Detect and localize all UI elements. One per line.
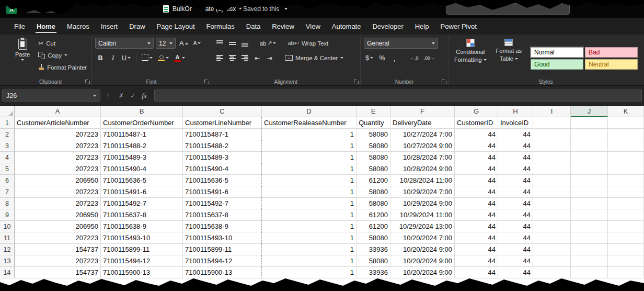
comma-style-button[interactable]: ,: [389, 52, 400, 63]
cell-K10[interactable]: [608, 221, 644, 232]
cell-I5[interactable]: [533, 163, 571, 175]
cell-G14[interactable]: 44: [455, 267, 498, 278]
cell-G1[interactable]: CustomerID: [455, 117, 498, 129]
cell-E12[interactable]: 33936: [356, 244, 390, 255]
merge-center-dropdown-icon[interactable]: [340, 57, 343, 59]
column-header-E[interactable]: E: [356, 106, 390, 117]
column-header-C[interactable]: C: [183, 106, 262, 117]
cell-G8[interactable]: 44: [455, 198, 498, 209]
cell-C2[interactable]: 7100115487-1: [183, 129, 262, 140]
increase-indent-button[interactable]: ⇥: [264, 52, 275, 63]
cell-D5[interactable]: 1: [262, 163, 356, 175]
cell-E11[interactable]: 58080: [356, 232, 390, 244]
cell-G12[interactable]: 44: [455, 244, 498, 255]
cell-A2[interactable]: 207223: [15, 129, 101, 140]
menu-tab-page-layout[interactable]: Page Layout: [151, 18, 201, 35]
cell-B6[interactable]: 7100115636-5: [101, 175, 183, 186]
cell-C6[interactable]: 7100115636-5: [183, 175, 262, 186]
cell-A13[interactable]: 207223: [15, 255, 101, 267]
bold-button[interactable]: B: [95, 52, 106, 63]
font-color-button[interactable]: A: [172, 52, 187, 63]
cell-H11[interactable]: 44: [498, 232, 533, 244]
font-name-combo[interactable]: Calibri: [95, 38, 154, 49]
accounting-dropdown-icon[interactable]: [370, 57, 373, 59]
column-header-A[interactable]: A: [15, 106, 101, 117]
cell-G10[interactable]: 44: [455, 221, 498, 232]
column-header-K[interactable]: K: [608, 106, 644, 117]
decrease-font-size-button[interactable]: A: [192, 38, 203, 49]
row-header-2[interactable]: 2: [0, 129, 15, 140]
borders-dropdown-icon[interactable]: [150, 57, 153, 59]
paste-dropdown-icon[interactable]: [21, 59, 24, 61]
cell-C8[interactable]: 7100115492-7: [183, 198, 262, 209]
cell-D8[interactable]: 1: [262, 198, 356, 209]
wrap-text-button[interactable]: ab↩ Wrap Text: [286, 38, 330, 49]
alignment-dialog-launcher-icon[interactable]: [354, 80, 359, 84]
cell-H7[interactable]: 44: [498, 186, 533, 198]
cell-H8[interactable]: 44: [498, 198, 533, 209]
cell-H5[interactable]: 44: [498, 163, 533, 175]
cell-J11[interactable]: [571, 232, 608, 244]
row-header-13[interactable]: 13: [0, 255, 15, 267]
cell-A14[interactable]: 154737: [15, 267, 101, 278]
cell-A9[interactable]: 206950: [15, 209, 101, 221]
menu-tab-developer[interactable]: Developer: [366, 18, 409, 35]
cell-F3[interactable]: 10/27/2024 9:00: [390, 140, 455, 152]
cell-E2[interactable]: 58080: [356, 129, 390, 140]
cell-J10[interactable]: [571, 221, 608, 232]
increase-font-size-button[interactable]: A: [178, 38, 190, 49]
cell-H14[interactable]: 44: [498, 267, 533, 278]
row-header-6[interactable]: 6: [0, 175, 15, 186]
number-format-combo[interactable]: General: [364, 38, 438, 49]
row-header-12[interactable]: 12: [0, 244, 15, 255]
font-size-dropdown-icon[interactable]: [169, 42, 172, 44]
cell-H13[interactable]: 44: [498, 255, 533, 267]
cell-I6[interactable]: [533, 175, 571, 186]
cell-B7[interactable]: 7100115491-6: [101, 186, 183, 198]
cell-F8[interactable]: 10/29/2024 9:00: [390, 198, 455, 209]
align-center-button[interactable]: [227, 52, 237, 63]
search-box[interactable]: [446, 3, 570, 15]
cell-D2[interactable]: 1: [262, 129, 356, 140]
underline-dropdown-icon[interactable]: [128, 57, 131, 59]
fill-color-button[interactable]: [156, 52, 170, 63]
cell-A7[interactable]: 207223: [15, 186, 101, 198]
orientation-button[interactable]: ab ↗: [258, 38, 278, 49]
cell-J13[interactable]: [571, 255, 608, 267]
column-header-B[interactable]: B: [101, 106, 183, 117]
column-header-D[interactable]: D: [262, 106, 356, 117]
cell-I12[interactable]: [533, 244, 571, 255]
cell-E1[interactable]: Quantity: [356, 117, 390, 129]
cell-D11[interactable]: 1: [262, 232, 356, 244]
cell-H6[interactable]: 44: [498, 175, 533, 186]
column-header-G[interactable]: G: [455, 106, 498, 117]
cell-C5[interactable]: 7100115490-4: [183, 163, 262, 175]
row-header-9[interactable]: 9: [0, 209, 15, 221]
cell-G11[interactable]: 44: [455, 232, 498, 244]
cell-B14[interactable]: 7100115900-13: [101, 267, 183, 278]
cell-I9[interactable]: [533, 209, 571, 221]
merge-center-button[interactable]: ↔ Merge & Center: [283, 52, 345, 63]
cell-B12[interactable]: 7100115899-11: [101, 244, 183, 255]
menu-tab-home[interactable]: Home: [31, 18, 61, 35]
cancel-button[interactable]: ✗: [116, 92, 127, 99]
orientation-dropdown-icon[interactable]: [273, 42, 276, 44]
cell-B11[interactable]: 7100115493-10: [101, 232, 183, 244]
cell-B10[interactable]: 7100115638-9: [101, 221, 183, 232]
cell-A6[interactable]: 206950: [15, 175, 101, 186]
cell-D6[interactable]: 1: [262, 175, 356, 186]
cell-K13[interactable]: [608, 255, 644, 267]
cell-F14[interactable]: 10/20/2024 9:00: [390, 267, 455, 278]
cell-E14[interactable]: 33936: [356, 267, 390, 278]
row-header-3[interactable]: 3: [0, 140, 15, 152]
copy-dropdown-icon[interactable]: [64, 54, 67, 56]
column-header-H[interactable]: H: [498, 106, 533, 117]
align-left-button[interactable]: [214, 52, 225, 63]
cell-K14[interactable]: [608, 267, 644, 278]
cell-K11[interactable]: [608, 232, 644, 244]
cell-I8[interactable]: [533, 198, 571, 209]
cell-G5[interactable]: 44: [455, 163, 498, 175]
cell-K4[interactable]: [608, 152, 644, 163]
formula-input[interactable]: [154, 89, 642, 102]
cell-H4[interactable]: 44: [498, 152, 533, 163]
